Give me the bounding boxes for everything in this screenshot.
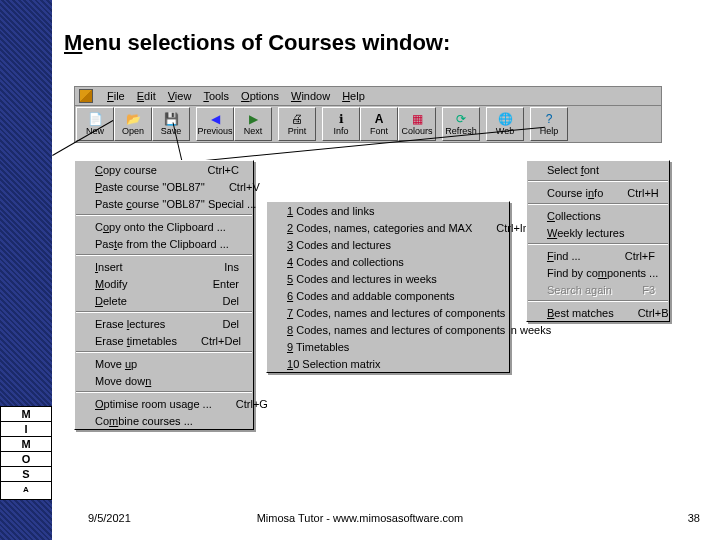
menu-item-label: 6 Codes and addable components: [287, 290, 455, 302]
menu-item[interactable]: Erase timetablesCtrl+Del: [75, 332, 253, 349]
menu-item[interactable]: 6 Codes and addable components: [267, 287, 509, 304]
options-dropdown-menu: 1 Codes and links2 Codes, names, categor…: [266, 201, 510, 373]
new-button[interactable]: 📄New: [76, 107, 114, 141]
font-button[interactable]: AFont: [360, 107, 398, 141]
menu-item-label: Optimise room usage ...: [95, 398, 212, 410]
menu-view[interactable]: View: [162, 90, 198, 102]
menu-item[interactable]: 4 Codes and collections: [267, 253, 509, 270]
menu-item[interactable]: Optimise room usage ...Ctrl+G: [75, 395, 253, 412]
menu-item[interactable]: ModifyEnter: [75, 275, 253, 292]
menu-item-label: Select font: [547, 164, 599, 176]
menu-item-label: 8 Codes, names and lectures of component…: [287, 324, 551, 336]
toolbar-label: Print: [288, 126, 307, 136]
menu-help[interactable]: Help: [336, 90, 371, 102]
toolbar-label: Save: [161, 126, 182, 136]
menu-item[interactable]: Find ...Ctrl+F: [527, 247, 669, 264]
refresh-icon: ⟳: [453, 112, 469, 126]
menu-item-label: Move down: [95, 375, 151, 387]
menu-item[interactable]: 10 Selection matrix: [267, 355, 509, 372]
next-icon: ▶: [245, 112, 261, 126]
menu-item-label: Best matches: [547, 307, 614, 319]
menu-item-label: Copy onto the Clipboard ...: [95, 221, 226, 233]
menubar: FileEditViewToolsOptionsWindowHelp: [74, 86, 662, 106]
mimosa-logo: MIMOSA: [0, 406, 52, 500]
menu-window[interactable]: Window: [285, 90, 336, 102]
menu-item-shortcut: Ctrl+G: [212, 398, 268, 410]
menu-item[interactable]: Find by components ...: [527, 264, 669, 281]
menu-item[interactable]: Best matchesCtrl+B: [527, 304, 669, 321]
next-button[interactable]: ▶Next: [234, 107, 272, 141]
previous-icon: ◀: [207, 112, 223, 126]
menu-item-shortcut: Ctrl+Del: [177, 335, 241, 347]
menu-item[interactable]: 2 Codes, names, categories and MAXCtrl+I…: [267, 219, 509, 236]
menu-item[interactable]: 3 Codes and lectures: [267, 236, 509, 253]
menu-item-label: Erase timetables: [95, 335, 177, 347]
menu-item[interactable]: Paste course ''OBL87''Ctrl+V: [75, 178, 253, 195]
menu-item-label: Find ...: [547, 250, 581, 262]
menu-item-label: Combine courses ...: [95, 415, 193, 427]
toolbar-label: Colours: [401, 126, 432, 136]
footer-center: Mimosa Tutor - www.mimosasoftware.com: [0, 512, 720, 524]
help-icon: ?: [541, 112, 557, 126]
colours-icon: ▦: [409, 112, 425, 126]
menu-item-label: 5 Codes and lectures in weeks: [287, 273, 437, 285]
menu-item[interactable]: 5 Codes and lectures in weeks: [267, 270, 509, 287]
menu-item-label: Search again: [547, 284, 612, 296]
web-button[interactable]: 🌐Web: [486, 107, 524, 141]
menu-item[interactable]: Erase lecturesDel: [75, 315, 253, 332]
menu-item[interactable]: Course infoCtrl+H: [527, 184, 669, 201]
menu-item[interactable]: Weekly lectures: [527, 224, 669, 241]
menu-item[interactable]: Select font: [527, 161, 669, 178]
menu-item[interactable]: Paste course ''OBL87'' Special ...: [75, 195, 253, 212]
toolbar: 📄New📂Open💾Save◀Previous▶Next🖨PrintℹInfoA…: [74, 106, 662, 143]
help-button[interactable]: ?Help: [530, 107, 568, 141]
menu-item-label: Weekly lectures: [547, 227, 624, 239]
menu-tools[interactable]: Tools: [197, 90, 235, 102]
menu-item-label: 9 Timetables: [287, 341, 349, 353]
previous-button[interactable]: ◀Previous: [196, 107, 234, 141]
print-button[interactable]: 🖨Print: [278, 107, 316, 141]
menu-item[interactable]: InsertIns: [75, 258, 253, 275]
menu-options[interactable]: Options: [235, 90, 285, 102]
open-icon: 📂: [125, 112, 141, 126]
menu-item-label: 10 Selection matrix: [287, 358, 381, 370]
menu-item-label: 2 Codes, names, categories and MAX: [287, 222, 472, 234]
menu-item-shortcut: F3: [618, 284, 655, 296]
menu-edit[interactable]: Edit: [131, 90, 162, 102]
save-icon: 💾: [163, 112, 179, 126]
menu-item[interactable]: Move down: [75, 372, 253, 389]
menu-item-shortcut: Ctrl+B: [614, 307, 669, 319]
tools-dropdown-menu: Select fontCourse infoCtrl+HCollectionsW…: [526, 160, 670, 322]
edit-dropdown-menu: Copy courseCtrl+CPaste course ''OBL87''C…: [74, 160, 254, 430]
menu-item[interactable]: 7 Codes, names and lectures of component…: [267, 304, 509, 321]
menu-item[interactable]: Move up: [75, 355, 253, 372]
save-button[interactable]: 💾Save: [152, 107, 190, 141]
menu-file[interactable]: File: [101, 90, 131, 102]
menu-item: Search againF3: [527, 281, 669, 298]
menu-item-label: Copy course: [95, 164, 157, 176]
menu-item-label: 1 Codes and links: [287, 205, 374, 217]
new-icon: 📄: [87, 112, 103, 126]
menu-item[interactable]: 9 Timetables: [267, 338, 509, 355]
font-icon: A: [371, 112, 387, 126]
menu-item-shortcut: Ctrl+V: [205, 181, 260, 193]
toolbar-label: Previous: [197, 126, 232, 136]
web-icon: 🌐: [497, 112, 513, 126]
menu-item[interactable]: 8 Codes, names and lectures of component…: [267, 321, 509, 338]
open-button[interactable]: 📂Open: [114, 107, 152, 141]
menu-item-label: Delete: [95, 295, 127, 307]
info-button[interactable]: ℹInfo: [322, 107, 360, 141]
menu-item-shortcut: Del: [198, 295, 239, 307]
menu-item[interactable]: Combine courses ...: [75, 412, 253, 429]
menu-item-shortcut: Ins: [200, 261, 239, 273]
menu-item[interactable]: Copy onto the Clipboard ...: [75, 218, 253, 235]
menu-item[interactable]: Paste from the Clipboard ...: [75, 235, 253, 252]
menu-item[interactable]: Copy courseCtrl+C: [75, 161, 253, 178]
menu-item[interactable]: Collections: [527, 207, 669, 224]
menu-item-label: Paste course ''OBL87'' Special ...: [95, 198, 256, 210]
menu-item-shortcut: Ctrl+H: [603, 187, 658, 199]
menu-item[interactable]: DeleteDel: [75, 292, 253, 309]
menu-item-label: Insert: [95, 261, 123, 273]
menu-item[interactable]: 1 Codes and links: [267, 202, 509, 219]
colours-button[interactable]: ▦Colours: [398, 107, 436, 141]
